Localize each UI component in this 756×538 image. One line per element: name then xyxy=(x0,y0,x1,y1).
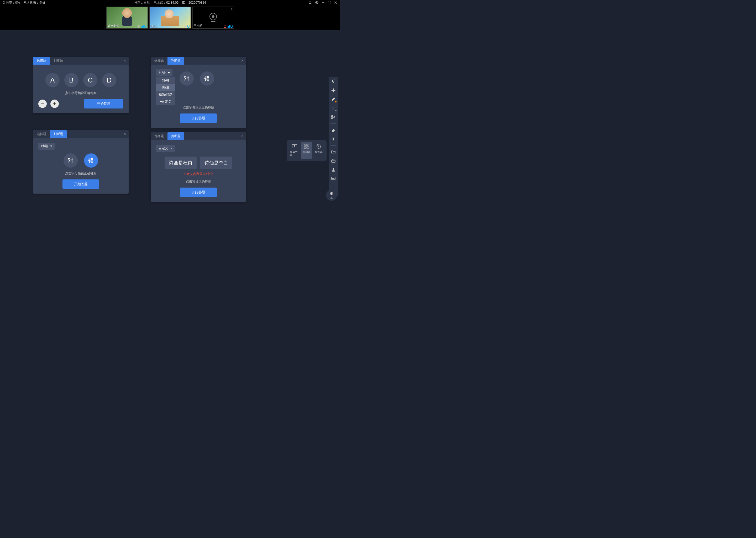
hint-text: 点击字母预设正确答案 xyxy=(156,105,241,110)
tab-judge[interactable]: 判断题 xyxy=(50,130,67,138)
packet-loss: 丢包率：0% xyxy=(3,1,20,5)
chat-tool-icon[interactable] xyxy=(331,176,336,181)
toolbox-tool-icon[interactable] xyxy=(331,158,336,163)
close-icon[interactable]: × xyxy=(124,58,126,63)
svg-point-9 xyxy=(332,118,333,119)
class-id: ID：2020070324 xyxy=(182,1,206,5)
answer-panel-choice: 选择题 判断题 × A B C D 点击字母预设正确答案 − + 开始答题 xyxy=(33,57,129,113)
judge-type-dropdown[interactable]: 对/错 xyxy=(156,69,172,77)
eraser-tool-icon[interactable] xyxy=(331,128,336,133)
folder-tool-icon[interactable] xyxy=(331,149,336,154)
svg-point-17 xyxy=(334,178,334,179)
tab-choice[interactable]: 选择题 xyxy=(151,57,167,65)
svg-point-6 xyxy=(334,79,334,80)
close-icon[interactable]: × xyxy=(241,134,244,138)
close-icon[interactable]: × xyxy=(124,132,126,136)
svg-rect-0 xyxy=(309,2,311,4)
svg-point-8 xyxy=(332,116,333,117)
tab-judge[interactable]: 判断题 xyxy=(50,57,67,65)
dropdown-item[interactable]: 精致/粗糙 xyxy=(156,91,175,98)
start-button[interactable]: 开始答题 xyxy=(63,180,99,189)
option-false[interactable]: 错 xyxy=(84,153,98,168)
cursor-tool-icon[interactable] xyxy=(331,79,336,84)
video-close-icon[interactable]: × xyxy=(188,7,190,11)
svg-point-10 xyxy=(333,138,334,140)
camera-off-icon xyxy=(210,13,217,20)
decrease-button[interactable]: − xyxy=(38,100,47,108)
answer-tool-button[interactable]: AB× 答题器 xyxy=(301,142,312,159)
svg-point-5 xyxy=(335,81,335,81)
tab-choice[interactable]: 选择题 xyxy=(33,57,50,65)
answer-panel-custom: 选择题 判断题 × 自定义 诗圣是杜甫 诗仙是李白 自定义内容最多5个字 点击预… xyxy=(151,132,246,202)
video-tile-student-nocam[interactable]: × 王小明 xyxy=(192,7,234,28)
participant-name: 叮当老师 xyxy=(108,24,119,28)
participant-name: Nina xyxy=(151,25,157,28)
option-d[interactable]: D xyxy=(102,73,116,87)
class-title: 神秘大自然 xyxy=(134,1,150,5)
start-button[interactable]: 开始答题 xyxy=(180,188,217,197)
video-bar: 叮当老师 × Nina × 王小明 xyxy=(0,5,340,30)
dropdown-item[interactable]: +自定义 xyxy=(156,98,175,105)
maximize-icon[interactable] xyxy=(328,1,331,4)
text-tool-icon[interactable]: T xyxy=(331,106,336,111)
hint-text: 点击字母预设正确答案 xyxy=(38,171,123,176)
move-tool-icon[interactable] xyxy=(331,88,336,93)
hand-count: 0/2 xyxy=(330,196,333,199)
video-close-icon[interactable]: × xyxy=(231,7,233,11)
svg-point-2 xyxy=(316,2,317,3)
svg-point-13 xyxy=(333,168,334,170)
error-text: 自定义内容最多5个字 xyxy=(156,172,241,176)
mic-icon xyxy=(230,25,233,28)
tab-judge[interactable]: 判断题 xyxy=(167,57,184,65)
laser-tool-icon[interactable] xyxy=(331,136,336,141)
answer-panel-judge: 选择题 判断题 × 对/错 对 错 点击字母预设正确答案 开始答题 xyxy=(33,130,129,193)
settings-icon[interactable] xyxy=(315,1,319,4)
option-true[interactable]: 对 xyxy=(64,153,78,168)
increase-button[interactable]: + xyxy=(50,100,59,108)
close-icon[interactable]: × xyxy=(241,58,244,63)
custom-option-2[interactable]: 诗仙是李白 xyxy=(200,157,232,169)
svg-text:T: T xyxy=(332,106,334,111)
tab-choice[interactable]: 选择题 xyxy=(151,132,167,140)
svg-text:B: B xyxy=(307,144,308,146)
dropdown-item[interactable]: 美/丑 xyxy=(156,84,175,91)
option-a[interactable]: A xyxy=(45,73,60,87)
network-status: 网络状态：良好 xyxy=(24,1,45,5)
judge-type-dropdown[interactable]: 对/错 xyxy=(38,143,55,150)
option-true[interactable]: 对 xyxy=(179,72,194,86)
camera-icon[interactable] xyxy=(309,1,312,4)
judge-type-dropdown[interactable]: 自定义 xyxy=(156,145,175,152)
scissors-tool-icon[interactable] xyxy=(331,115,336,120)
mic-icon xyxy=(144,25,147,28)
custom-option-1[interactable]: 诗圣是杜甫 xyxy=(165,157,197,169)
participant-name: 王小明 xyxy=(194,24,202,28)
option-false[interactable]: 错 xyxy=(200,72,214,86)
top-status-bar: 丢包率：0% 网络状态：良好 神秘大自然 已上课：02:34:09 ID：202… xyxy=(0,0,340,5)
close-icon[interactable] xyxy=(334,1,338,4)
video-tile-student[interactable]: × Nina xyxy=(149,7,191,28)
user-tool-icon[interactable] xyxy=(331,167,336,172)
buzzer-button[interactable]: 抢答器 xyxy=(313,142,324,159)
dropdown-item[interactable]: 对/错 xyxy=(156,77,175,84)
start-button[interactable]: 开始答题 xyxy=(180,114,217,123)
screen-share-button[interactable]: 屏幕共享 xyxy=(289,142,300,159)
right-toolbar: T xyxy=(329,77,338,196)
option-b[interactable]: B xyxy=(64,73,78,87)
minimize-icon[interactable] xyxy=(321,1,325,4)
svg-point-16 xyxy=(333,178,334,179)
avatar-image xyxy=(161,8,179,26)
svg-rect-23 xyxy=(307,146,309,148)
tab-judge[interactable]: 判断题 xyxy=(167,132,184,140)
pen-tool-icon[interactable] xyxy=(331,97,336,102)
svg-point-4 xyxy=(334,80,335,81)
svg-text:A: A xyxy=(305,144,306,146)
signal-icon xyxy=(227,25,230,27)
tab-choice[interactable]: 选择题 xyxy=(33,130,50,138)
hint-text: 点击预设正确答案 xyxy=(156,180,241,184)
start-button[interactable]: 开始答题 xyxy=(84,99,123,108)
svg-rect-12 xyxy=(332,160,335,162)
video-tile-teacher[interactable]: 叮当老师 xyxy=(106,7,148,28)
hint-text: 点击字母预设正确答案 xyxy=(38,91,123,95)
option-c[interactable]: C xyxy=(83,73,97,87)
hand-raise-badge[interactable]: 0/2 xyxy=(326,190,337,201)
